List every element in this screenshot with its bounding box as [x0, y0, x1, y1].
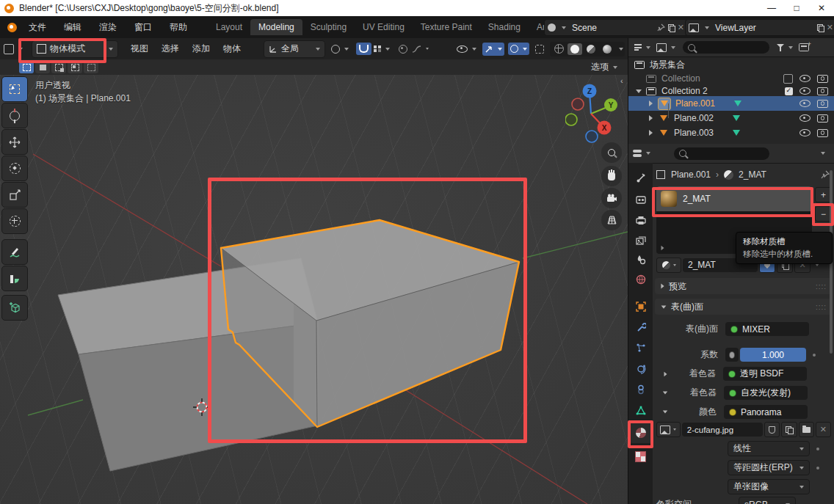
outliner-row-plane-001[interactable]: Plane.001 [628, 96, 834, 111]
select-mode-circle-button[interactable] [51, 62, 66, 73]
viewlayer-name[interactable]: ViewLayer [715, 23, 756, 33]
viewlayer-selector[interactable]: ViewLayer ✕ [685, 19, 834, 36]
material-browse-dropdown[interactable] [656, 258, 681, 273]
render-camera-icon[interactable] [817, 114, 828, 123]
ortho-grid-button[interactable] [601, 210, 622, 230]
collapse-icon[interactable] [636, 90, 642, 93]
zoom-button[interactable] [601, 142, 622, 163]
hide-eye-icon[interactable] [799, 75, 811, 82]
snap-magnet-toggle[interactable] [356, 43, 371, 55]
tool-transform[interactable] [1, 208, 28, 234]
color-node-button[interactable]: Panorama [724, 405, 808, 419]
gizmo-minus-x[interactable] [572, 98, 584, 110]
drag-grip-icon[interactable]: :::: [816, 282, 827, 291]
expand-icon[interactable] [649, 130, 653, 136]
minimize-button[interactable]: — [759, 0, 784, 16]
hide-eye-icon[interactable] [799, 100, 811, 107]
collapse-icon[interactable] [663, 411, 667, 414]
tool-measure[interactable] [1, 266, 28, 291]
colorspace-dropdown[interactable]: sRGB [739, 497, 796, 504]
interpolation-dropdown[interactable]: 线性 [728, 441, 810, 456]
tab-scene[interactable] [628, 249, 653, 270]
list-filter-expand-icon[interactable] [661, 246, 664, 250]
shader1-node-button[interactable]: 透明 BSDF [723, 367, 807, 381]
breadcrumb-object[interactable]: Plane.001 [671, 169, 711, 180]
hide-eye-icon[interactable] [799, 114, 811, 122]
overlays-toggle[interactable] [508, 43, 529, 55]
tab-output[interactable] [628, 210, 653, 230]
outliner-filter-button[interactable] [777, 44, 793, 51]
tool-select-box[interactable] [1, 76, 28, 102]
mesh-data-icon[interactable] [734, 101, 741, 106]
image-fake-user-button[interactable] [764, 422, 780, 437]
menu-view[interactable]: 视图 [124, 43, 155, 55]
properties-editor-type-button[interactable] [633, 149, 650, 158]
gizmo-toggle[interactable] [482, 43, 504, 56]
copy-icon[interactable] [668, 24, 675, 32]
render-camera-icon[interactable] [817, 100, 828, 108]
image-new-button[interactable] [781, 422, 797, 437]
select-mode-tweak-button[interactable] [19, 62, 34, 73]
tab-particles[interactable] [628, 337, 653, 358]
decorator-dot[interactable] [816, 448, 819, 450]
factor-slider[interactable]: 1.000 [740, 348, 806, 362]
scene-collection-label[interactable]: 场景集合 [650, 59, 685, 71]
image-browse-dropdown[interactable] [656, 422, 681, 437]
panel-surface-header[interactable]: 表(曲)面 :::: [655, 299, 833, 315]
blender-menu-logo-icon[interactable] [7, 23, 17, 32]
tab-view-layer[interactable] [628, 230, 653, 251]
tab-render[interactable] [628, 189, 653, 210]
proportional-edit-toggle[interactable] [399, 45, 407, 54]
select-mode-paint-button[interactable] [84, 62, 98, 73]
menu-select[interactable]: 选择 [155, 43, 186, 55]
tab-object-data[interactable] [628, 400, 653, 420]
projection-dropdown[interactable]: 等距圆柱(ERP) [728, 460, 810, 475]
breadcrumb-material[interactable]: 2_MAT [739, 169, 766, 180]
panel-preview-header[interactable]: 预览 :::: [655, 278, 833, 294]
tab-object[interactable] [628, 296, 653, 317]
render-camera-icon[interactable] [817, 75, 828, 83]
source-dropdown[interactable]: 单张图像 [728, 479, 810, 494]
outliner-search-input[interactable] [683, 41, 769, 54]
collection-label[interactable]: Collection [661, 73, 700, 84]
orientation-dropdown[interactable]: 全局 [264, 40, 325, 58]
select-mode-lasso-button[interactable] [68, 62, 82, 73]
exclude-checkbox[interactable] [783, 74, 793, 84]
tool-move[interactable] [1, 129, 28, 155]
gizmo-minus-y[interactable] [565, 114, 577, 125]
pin-icon[interactable] [657, 23, 665, 32]
outliner-row-scene-collection[interactable]: 场景集合 [628, 57, 834, 72]
tab-constraints[interactable] [628, 379, 653, 400]
unlink-icon[interactable]: ✕ [678, 23, 684, 32]
tab-texture[interactable] [628, 446, 653, 467]
options-dropdown[interactable]: 选项 [591, 61, 617, 73]
snap-target-dropdown[interactable] [374, 45, 390, 53]
hide-eye-icon[interactable] [799, 87, 811, 95]
expand-icon[interactable] [664, 371, 667, 376]
tab-sculpting[interactable]: Sculpting [302, 19, 355, 35]
menu-window[interactable]: 窗口 [126, 21, 161, 34]
tab-world[interactable] [628, 269, 653, 290]
tab-material[interactable] [628, 423, 653, 443]
navigation-gizmo[interactable]: Z Y X [565, 81, 624, 148]
menu-render[interactable]: 渲染 [90, 21, 126, 34]
tab-texture-paint[interactable]: Texture Paint [413, 19, 480, 35]
proportional-falloff-dropdown[interactable] [412, 45, 429, 53]
plane-002-label[interactable]: Plane.002 [674, 113, 714, 123]
plane-001-label[interactable]: Plane.001 [675, 98, 715, 109]
shader2-node-button[interactable]: 自发光(发射) [724, 386, 808, 400]
shading-material-button[interactable] [584, 43, 598, 55]
shading-rendered-button[interactable] [600, 43, 614, 55]
mode-dropdown[interactable]: 物体模式 [32, 40, 118, 58]
material-slot-name[interactable]: 2_MAT [683, 194, 711, 204]
properties-search-input[interactable] [674, 147, 769, 160]
hide-eye-icon[interactable] [799, 129, 811, 136]
tab-uv-editing[interactable]: UV Editing [355, 19, 413, 35]
scene-selector[interactable]: Scene ✕ [544, 19, 688, 36]
sidebar-collapse-icon[interactable]: ‹ [620, 76, 623, 85]
outliner-row-plane-003[interactable]: Plane.003 [628, 125, 834, 140]
close-button[interactable]: ✕ [809, 0, 834, 16]
image-open-button[interactable] [799, 422, 814, 437]
pin-icon[interactable] [821, 170, 830, 179]
shading-solid-button[interactable] [568, 43, 582, 55]
